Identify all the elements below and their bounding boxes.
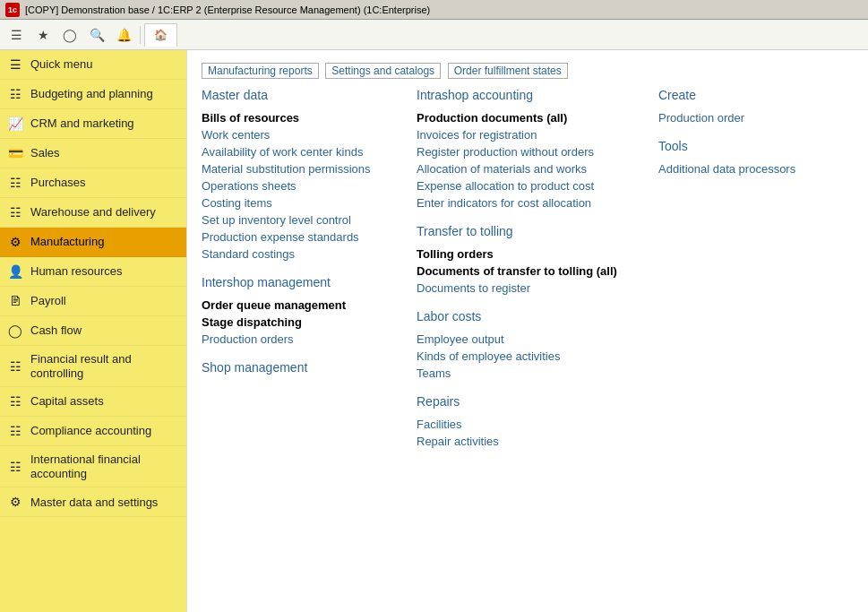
sidebar-item-master[interactable]: ⚙ Master data and settings [0,487,186,517]
sidebar-item-payroll[interactable]: 🖹 Payroll [0,287,186,316]
sidebar-item-label: Purchases [30,176,85,190]
compliance-icon: ☷ [7,423,23,439]
expense-allocation-link[interactable]: Expense allocation to product cost [417,177,658,194]
bills-of-resources-link[interactable]: Bills of resources [202,109,417,126]
allocation-materials-link[interactable]: Allocation of materials and works [417,160,658,177]
purchases-icon: ☷ [7,175,23,191]
availability-work-center-link[interactable]: Availability of work center kinds [202,143,417,160]
sidebar-item-label: International financial accounting [30,453,179,480]
column-2: Intrashop accounting Production document… [417,88,658,450]
sidebar-item-quick-menu[interactable]: ☰ Quick menu [0,50,186,80]
employee-output-link[interactable]: Employee output [417,331,658,348]
home-tab[interactable]: 🏠 [144,23,177,47]
additional-processors-link[interactable]: Additional data processors [658,160,838,177]
production-order-link[interactable]: Production order [658,109,838,126]
invoices-registration-link[interactable]: Invoices for registration [417,126,658,143]
docs-to-register-link[interactable]: Documents to register [417,280,658,297]
search-button[interactable]: 🔍 [84,23,109,47]
register-production-link[interactable]: Register production without orders [417,143,658,160]
tolling-orders-link[interactable]: Tolling orders [417,246,658,263]
sidebar-item-financial[interactable]: ☷ Financial result and controlling [0,346,186,387]
intl-icon: ☷ [7,459,23,475]
title-text: [COPY] Demonstration base / 1C:ERP 2 (En… [25,4,430,15]
settings-catalogs-link[interactable]: Settings and catalogs [325,63,441,79]
main-layout: ☰ Quick menu ☷ Budgeting and planning 📈 … [0,50,868,612]
quick-menu-icon: ☰ [7,56,23,73]
tools-title: Tools [658,139,838,153]
sidebar-item-capital[interactable]: ☷ Capital assets [0,387,186,417]
sidebar-item-warehouse[interactable]: ☷ Warehouse and delivery [0,198,186,228]
master-data-title: Master data [202,88,417,102]
app-icon: 1c [5,3,20,17]
capital-icon: ☷ [7,393,23,409]
sidebar-item-hr[interactable]: 👤 Human resources [0,257,186,287]
sidebar-item-label: Human resources [30,264,123,279]
budgeting-icon: ☷ [7,86,23,102]
sidebar-item-label: Payroll [30,294,66,308]
menu-button[interactable]: ☰ [4,23,29,47]
sidebar-item-compliance[interactable]: ☷ Compliance accounting [0,417,186,446]
sidebar-item-budgeting[interactable]: ☷ Budgeting and planning [0,80,186,109]
material-substitution-link[interactable]: Material substitution permissions [202,160,417,177]
sidebar-item-intl[interactable]: ☷ International financial accounting [0,446,186,487]
repair-activities-link[interactable]: Repair activities [417,433,658,450]
create-title: Create [658,88,838,102]
expense-standards-link[interactable]: Production expense standards [202,228,417,246]
intershop-title: Intershop management [202,275,417,289]
sidebar-item-label: Compliance accounting [30,424,151,438]
sidebar: ☰ Quick menu ☷ Budgeting and planning 📈 … [0,50,187,612]
column-3: Create Production order Tools Additional… [658,88,838,450]
favorites-button[interactable]: ★ [30,23,56,47]
production-docs-link[interactable]: Production documents (all) [417,109,658,126]
sidebar-item-label: CRM and marketing [30,116,134,131]
toolbar-separator [140,26,141,44]
inventory-level-link[interactable]: Set up inventory level control [202,211,417,228]
labor-costs-title: Labor costs [417,309,658,323]
sidebar-item-manufacturing[interactable]: ⚙ Manufacturing [0,228,186,257]
toolbar: ☰ ★ ◯ 🔍 🔔 🏠 [0,20,868,50]
cashflow-icon: ◯ [7,323,23,339]
shop-management-title: Shop management [202,360,417,375]
sidebar-item-label: Cash flow [30,323,82,338]
stage-dispatching-link[interactable]: Stage dispatching [202,314,417,331]
intrashop-title: Intrashop accounting [417,88,658,102]
sidebar-item-label: Quick menu [30,57,92,72]
manufacturing-icon: ⚙ [7,234,23,250]
docs-transfer-tolling-link[interactable]: Documents of transfer to tolling (all) [417,263,658,280]
sidebar-item-crm[interactable]: 📈 CRM and marketing [0,109,186,139]
top-links: Manufacturing reports Settings and catal… [187,57,868,79]
column-1: Master data Bills of resources Work cent… [202,88,417,450]
payroll-icon: 🖹 [7,293,23,309]
content-area: Manufacturing reports Settings and catal… [187,50,868,612]
financial-icon: ☷ [7,358,23,375]
sidebar-item-sales[interactable]: 💳 Sales [0,139,186,168]
master-icon: ⚙ [7,494,23,510]
transfer-tolling-title: Transfer to tolling [417,224,658,238]
warehouse-icon: ☷ [7,204,23,220]
sidebar-item-cashflow[interactable]: ◯ Cash flow [0,316,186,346]
operations-sheets-link[interactable]: Operations sheets [202,177,417,194]
employee-activities-link[interactable]: Kinds of employee activities [417,348,658,365]
teams-link[interactable]: Teams [417,365,658,382]
notifications-button[interactable]: 🔔 [111,23,136,47]
title-bar: 1c [COPY] Demonstration base / 1C:ERP 2 … [0,0,868,20]
hr-icon: 👤 [7,263,23,280]
sidebar-item-label: Master data and settings [30,496,158,510]
work-centers-link[interactable]: Work centers [202,126,417,143]
sidebar-item-label: Capital assets [30,394,104,409]
repairs-title: Repairs [417,394,658,409]
sales-icon: 💳 [7,145,23,161]
crm-icon: 📈 [7,116,23,132]
production-orders-link[interactable]: Production orders [202,331,417,348]
standard-costings-link[interactable]: Standard costings [202,246,417,263]
order-queue-link[interactable]: Order queue management [202,297,417,314]
costing-items-link[interactable]: Costing items [202,194,417,211]
order-fulfillment-link[interactable]: Order fulfillment states [448,63,568,79]
facilities-link[interactable]: Facilities [417,416,658,433]
sidebar-item-label: Manufacturing [30,235,104,249]
enter-indicators-link[interactable]: Enter indicators for cost allocation [417,194,658,211]
history-button[interactable]: ◯ [57,23,82,47]
sidebar-item-purchases[interactable]: ☷ Purchases [0,168,186,198]
sidebar-item-label: Sales [30,146,60,160]
manufacturing-reports-link[interactable]: Manufacturing reports [202,63,319,79]
